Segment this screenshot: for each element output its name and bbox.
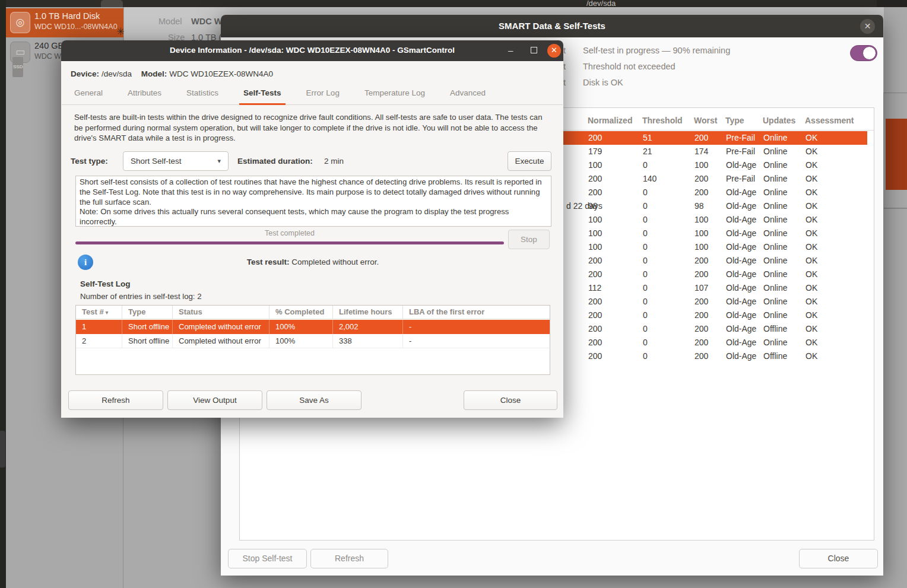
cell-normalized: 100: [588, 228, 602, 238]
column-header[interactable]: Worst: [694, 116, 717, 125]
log-column-header[interactable]: Test # ▾: [76, 306, 122, 319]
log-cell-status: Completed without error: [173, 320, 269, 334]
cell-assessment: OK: [805, 133, 817, 142]
save-as-button[interactable]: Save As: [267, 390, 361, 410]
cell-normalized: 200: [588, 297, 602, 306]
cell-type: Old-Age: [726, 228, 756, 238]
cell-type: Old-Age: [726, 269, 756, 279]
volume-segment: [886, 119, 907, 190]
execute-button[interactable]: Execute: [508, 151, 551, 171]
cell-normalized: 200: [588, 174, 602, 183]
log-cell-type: Short offline: [122, 320, 173, 334]
log-column-header[interactable]: Status: [173, 306, 269, 319]
cell-worst: 200: [694, 351, 708, 361]
tab-statistics[interactable]: Statistics: [174, 83, 231, 105]
cell-threshold: 0: [643, 324, 648, 333]
disks-headerbar-button[interactable]: [101, 0, 123, 7]
cell-threshold: 0: [643, 242, 648, 252]
refresh-button[interactable]: Refresh: [68, 390, 163, 410]
cell-threshold: 21: [643, 147, 652, 156]
cell-assessment: OK: [805, 338, 817, 347]
log-cell-status: Completed without error: [173, 334, 269, 348]
dialog-refresh-button[interactable]: Refresh: [310, 549, 388, 568]
column-header[interactable]: Updates: [763, 116, 795, 125]
log-cell-hours: 338: [333, 334, 403, 348]
minimize-icon[interactable]: –: [508, 45, 516, 56]
cell-worst: 98: [694, 201, 704, 211]
tab-error-log[interactable]: Error Log: [294, 83, 352, 105]
column-header[interactable]: Normalized: [588, 116, 632, 125]
close-icon[interactable]: ✕: [547, 44, 561, 58]
log-column-header[interactable]: LBA of the first error: [403, 306, 550, 319]
cell-assessment: OK: [805, 324, 817, 333]
cell-type: Pre-Fail: [726, 147, 755, 156]
gsc-titlebar[interactable]: Device Information - /dev/sda: WDC WD10E…: [61, 40, 563, 61]
test-type-dropdown[interactable]: Short Self-test ▾: [123, 151, 229, 171]
progress-label: Test completed: [75, 229, 504, 237]
chevron-down-icon: ▾: [217, 152, 221, 170]
log-column-header[interactable]: Lifetime hours: [333, 306, 403, 319]
model-label: Model:: [141, 69, 167, 78]
log-row[interactable]: 1Short offlineCompleted without error100…: [76, 320, 550, 334]
smart-dialog-titlebar[interactable]: SMART Data & Self-Tests ✕: [221, 15, 883, 37]
cell-type: Old-Age: [726, 256, 756, 265]
cell-worst: 200: [694, 256, 708, 265]
cell-normalized: 200: [588, 351, 602, 361]
view-output-button[interactable]: View Output: [167, 390, 262, 410]
cell-normalized: 112: [588, 283, 601, 293]
cell-threshold: 0: [643, 256, 648, 265]
selftest-description: Self-tests are built-in tests within the…: [74, 112, 553, 144]
stop-button[interactable]: Stop: [508, 230, 550, 249]
cell-worst: 100: [694, 215, 708, 224]
cell-assessment: OK: [805, 215, 817, 224]
log-row[interactable]: 2Short offlineCompleted without error100…: [76, 334, 550, 348]
cell-normalized: 200: [588, 256, 602, 265]
cell-worst: 200: [694, 133, 708, 142]
duration-label: Estimated duration:: [237, 157, 313, 166]
column-header[interactable]: Type: [725, 116, 744, 125]
gsc-close-button[interactable]: Close: [464, 390, 557, 410]
cell-type: Old-Age: [726, 338, 756, 347]
log-column-header[interactable]: Type: [122, 306, 173, 319]
cell-assessment: OK: [805, 201, 817, 211]
cell-type: Old-Age: [726, 160, 756, 170]
tab-general[interactable]: General: [62, 83, 115, 105]
cell-updates: Online: [763, 160, 787, 170]
cell-normalized: 200: [588, 338, 602, 347]
cell-type: Old-Age: [726, 310, 756, 320]
test-type-value: Short Self-test: [131, 157, 182, 166]
cell-normalized: 100: [588, 242, 602, 252]
cell-type: Old-Age: [726, 242, 756, 252]
cell-updates: Online: [763, 256, 787, 265]
smart-toggle[interactable]: [850, 45, 877, 61]
cell-threshold: 0: [643, 283, 648, 293]
tab-advanced[interactable]: Advanced: [437, 83, 498, 105]
sidebar-item-hard-disk[interactable]: ◎ 1.0 TB Hard Disk WDC WD10...-08WN4A0 ✳: [6, 8, 123, 37]
maximize-icon[interactable]: [531, 47, 537, 53]
cell-assessment: OK: [805, 310, 817, 320]
test-type-label: Test type:: [71, 157, 108, 166]
tab-temperature-log[interactable]: Temperature Log: [352, 83, 437, 105]
dialog-close-button[interactable]: Close: [799, 549, 878, 568]
cell-worst: 100: [694, 160, 708, 170]
cell-worst: 200: [694, 187, 708, 197]
log-cell-lba: -: [403, 334, 550, 348]
model-value: WDC W: [191, 17, 222, 26]
log-column-header[interactable]: % Completed: [269, 306, 333, 319]
log-cell-num: 2: [76, 334, 122, 348]
cell-normalized: 200: [588, 133, 602, 142]
tab-self-tests[interactable]: Self-Tests: [231, 83, 294, 105]
column-header[interactable]: Assessment: [805, 116, 854, 125]
tab-attributes[interactable]: Attributes: [115, 83, 174, 105]
cell-normalized: 200: [588, 187, 602, 197]
status-value: Disk is OK: [583, 78, 623, 87]
stop-selftest-button[interactable]: Stop Self-test: [228, 549, 307, 568]
gsmartcontrol-window: Device Information - /dev/sda: WDC WD10E…: [61, 40, 563, 418]
selftest-log-count: Number of entries in self-test log: 2: [80, 292, 202, 301]
test-result-line: Test result: Completed without error.: [75, 258, 550, 266]
cell-worst: 174: [694, 147, 708, 156]
column-header[interactable]: Threshold: [642, 116, 683, 125]
close-icon[interactable]: ✕: [860, 19, 875, 34]
cell-assessment: OK: [805, 256, 817, 265]
test-details-textbox[interactable]: Short self-test consists of a collection…: [75, 176, 551, 227]
